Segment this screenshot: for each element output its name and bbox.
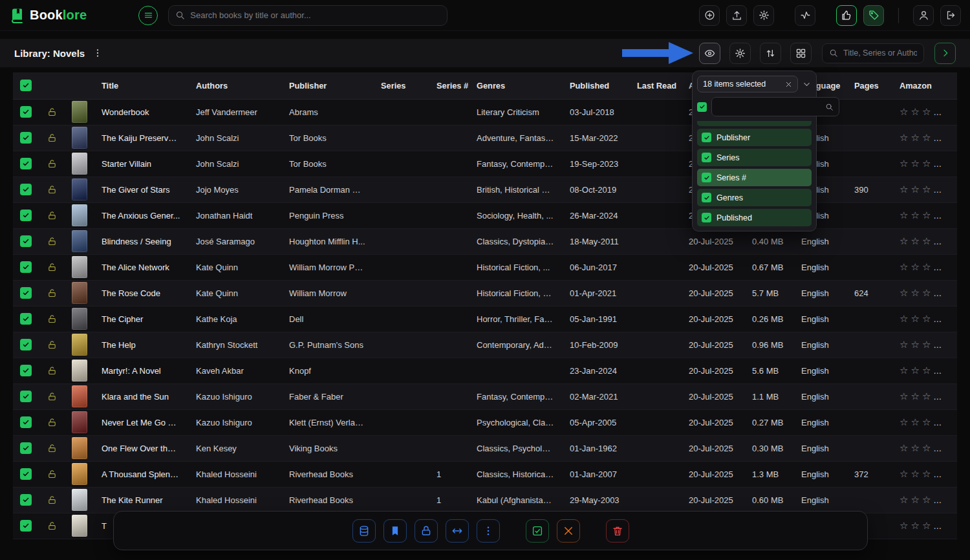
rating-stars[interactable]: ☆☆☆☆☆ — [900, 287, 956, 298]
column-picker-search-input[interactable] — [717, 102, 821, 111]
unlock-icon[interactable] — [47, 495, 57, 505]
book-cover-thumbnail[interactable] — [72, 282, 87, 304]
column-picker-item[interactable]: Publisher — [697, 129, 812, 146]
move-button[interactable] — [446, 519, 469, 543]
select-all-columns-checkbox[interactable] — [697, 102, 707, 112]
column-header[interactable]: Genres — [469, 72, 562, 99]
rating-stars[interactable]: ☆☆☆☆☆ — [900, 235, 956, 246]
book-row[interactable]: Blindness / SeeingJosé SaramagoHoughton … — [13, 228, 957, 254]
book-row[interactable]: The HelpKathryn StockettG.P. Putnam's So… — [13, 332, 957, 358]
column-header[interactable]: Authors — [188, 72, 281, 99]
add-book-button[interactable] — [699, 5, 720, 26]
assign-shelf-button[interactable] — [352, 519, 376, 543]
row-checkbox[interactable] — [20, 520, 32, 532]
rating-stars[interactable]: ☆☆☆☆☆ — [900, 106, 956, 117]
row-checkbox[interactable] — [20, 339, 32, 350]
book-row[interactable]: The CipherKathe KojaDellHorror, Thriller… — [13, 306, 957, 332]
book-cover-thumbnail[interactable] — [72, 230, 87, 252]
book-cover-thumbnail[interactable] — [72, 308, 87, 330]
unlock-icon[interactable] — [47, 314, 57, 324]
column-header[interactable]: Series # — [429, 72, 469, 99]
unlock-icon[interactable] — [47, 366, 57, 376]
unlock-icon[interactable] — [47, 237, 57, 246]
library-menu-button[interactable] — [92, 48, 103, 58]
book-cover-thumbnail[interactable] — [72, 437, 87, 459]
unlock-icon[interactable] — [47, 418, 57, 427]
book-row[interactable]: Klara and the SunKazuo IshiguroFaber & F… — [13, 383, 957, 409]
book-row[interactable]: Never Let Me Go by...Kazuo IshiguroKlett… — [13, 409, 957, 435]
table-filter[interactable] — [822, 43, 924, 63]
book-cover-thumbnail[interactable] — [72, 411, 87, 433]
clear-selection-button[interactable] — [557, 519, 580, 543]
row-checkbox[interactable] — [20, 210, 32, 221]
book-row[interactable]: The Rose CodeKate QuinnWilliam MorrowHis… — [13, 280, 957, 306]
rating-stars[interactable]: ☆☆☆☆☆ — [900, 416, 956, 427]
delete-button[interactable] — [606, 519, 629, 543]
upload-button[interactable] — [726, 5, 747, 26]
book-cover-thumbnail[interactable] — [72, 101, 87, 123]
book-cover-thumbnail[interactable] — [72, 489, 87, 511]
selected-count-chip[interactable]: 18 items selected — [697, 76, 798, 92]
column-header[interactable]: Pages — [846, 72, 892, 99]
book-cover-thumbnail[interactable] — [72, 153, 87, 175]
row-checkbox[interactable] — [20, 416, 32, 428]
more-actions-button[interactable] — [477, 519, 500, 543]
row-checkbox[interactable] — [20, 261, 32, 273]
book-row[interactable]: One Flew Over the ...Ken KeseyViking Boo… — [13, 435, 957, 461]
column-picker-item[interactable]: Series — [697, 149, 812, 166]
book-row[interactable]: The Alice NetworkKate QuinnWilliam Morro… — [13, 254, 957, 280]
view-toggle-button[interactable] — [790, 43, 812, 64]
rating-stars[interactable]: ☆☆☆☆☆ — [900, 391, 956, 402]
book-cover-thumbnail[interactable] — [72, 385, 87, 407]
rating-stars[interactable]: ☆☆☆☆☆ — [900, 132, 956, 143]
unlock-icon[interactable] — [47, 185, 57, 195]
select-all-rows-checkbox[interactable] — [20, 80, 32, 91]
logout-button[interactable] — [940, 5, 961, 26]
book-cover-thumbnail[interactable] — [72, 463, 87, 485]
column-header[interactable]: Series — [373, 72, 429, 99]
row-checkbox[interactable] — [20, 494, 32, 506]
unlock-icon[interactable] — [47, 340, 57, 350]
unlock-icon[interactable] — [47, 392, 57, 402]
close-icon[interactable] — [785, 81, 792, 88]
column-picker-item[interactable]: Published — [697, 209, 812, 226]
row-checkbox[interactable] — [20, 184, 32, 195]
table-filter-input[interactable] — [843, 48, 917, 58]
menu-button[interactable] — [138, 6, 158, 25]
column-header[interactable]: Title — [94, 72, 188, 99]
book-row[interactable]: A Thousand Splend...Khaled HosseiniRiver… — [13, 461, 957, 487]
row-checkbox[interactable] — [20, 287, 32, 299]
book-row[interactable]: Martyr!: A NovelKaveh AkbarKnopf23-Jan-2… — [13, 358, 957, 383]
rating-stars[interactable]: ☆☆☆☆☆ — [900, 210, 956, 221]
unlock-icon[interactable] — [47, 521, 57, 531]
rating-stars[interactable]: ☆☆☆☆☆ — [900, 158, 956, 169]
book-cover-thumbnail[interactable] — [72, 127, 87, 149]
row-checkbox[interactable] — [20, 132, 32, 144]
global-search-input[interactable] — [190, 10, 440, 20]
row-checkbox[interactable] — [20, 158, 32, 169]
row-checkbox[interactable] — [20, 442, 32, 454]
rating-stars[interactable]: ☆☆☆☆☆ — [900, 442, 956, 453]
row-checkbox[interactable] — [20, 106, 32, 118]
library-settings-button[interactable] — [729, 43, 751, 64]
row-checkbox[interactable] — [20, 468, 32, 480]
book-cover-thumbnail[interactable] — [72, 360, 87, 382]
global-search[interactable] — [168, 5, 447, 26]
settings-button[interactable] — [753, 5, 774, 26]
sort-button[interactable] — [760, 43, 781, 64]
book-cover-thumbnail[interactable] — [72, 334, 87, 356]
column-picker-search[interactable] — [711, 97, 839, 116]
column-visibility-button[interactable] — [699, 43, 720, 64]
rating-stars[interactable]: ☆☆☆☆☆ — [900, 184, 956, 195]
unlock-icon[interactable] — [47, 107, 57, 117]
book-row[interactable]: The Kite RunnerKhaled HosseiniRiverhead … — [13, 487, 957, 513]
rating-stars[interactable]: ☆☆☆☆☆ — [900, 261, 956, 272]
rating-stars[interactable]: ☆☆☆☆☆ — [900, 313, 956, 324]
row-checkbox[interactable] — [20, 391, 32, 402]
column-header[interactable]: Publisher — [281, 72, 373, 99]
activity-button[interactable] — [795, 5, 815, 26]
rating-stars[interactable]: ☆☆☆☆☆ — [900, 468, 956, 479]
unlock-icon[interactable] — [47, 469, 57, 479]
tags-button[interactable] — [863, 5, 884, 26]
unlock-icon[interactable] — [47, 211, 57, 221]
